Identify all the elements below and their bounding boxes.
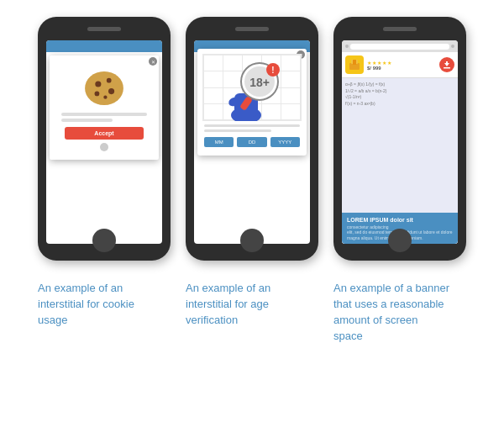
app-icon	[345, 55, 364, 74]
svg-point-6	[103, 96, 107, 99]
p1-small-icon	[100, 143, 108, 151]
year-button[interactable]: YYYY	[270, 137, 300, 147]
math-line-4: f'(x) = n-3 ax³(b)	[345, 101, 454, 108]
p3-ad-body: elit, sed do eiusmod tempor incididunt u…	[347, 229, 453, 240]
cookie-image	[79, 67, 129, 109]
svg-text:!: !	[271, 66, 274, 75]
grid-cell	[204, 88, 223, 103]
month-button[interactable]: MM	[204, 137, 234, 147]
svg-point-5	[95, 92, 100, 97]
p1-line-2	[61, 119, 113, 122]
p1-line-1	[61, 113, 147, 116]
math-line-2: 1/√2 = a/b a/x = b(n-2)	[345, 88, 454, 95]
math-line-3: √(1-1/n²)	[345, 94, 454, 101]
download-icon	[443, 61, 451, 69]
p2-ol-2	[204, 129, 271, 132]
cookie-screen: LOREM IPSUM dolor sit consectetur adipis…	[46, 40, 162, 244]
p3-dot-2	[451, 45, 454, 48]
star-rating: ★★★★★	[367, 60, 436, 66]
age-phone: ✕	[186, 17, 318, 261]
download-button[interactable]	[439, 57, 454, 72]
p3-dot-1	[345, 45, 349, 48]
p3-url-bar[interactable]	[350, 44, 449, 50]
svg-rect-18	[353, 60, 356, 65]
p2-date-row[interactable]: MM DD YYYY	[202, 137, 302, 147]
age-grid: 18+ !	[202, 54, 302, 121]
caption-3-line2: that uses a reasonable	[333, 298, 444, 310]
caption-2: An example of an interstitial for age ve…	[186, 281, 318, 344]
p3-browser-bar	[342, 40, 458, 52]
captions-row: An example of an interstitial for cookie…	[8, 281, 496, 344]
p1-top-bar	[46, 40, 162, 52]
math-line-1: α+β = ∫f(x) 1/(y) = f(x)	[345, 82, 454, 88]
grid-cell	[281, 71, 300, 87]
box-svg	[349, 59, 360, 71]
svg-point-3	[107, 78, 112, 83]
accept-button[interactable]: Accept	[65, 127, 144, 140]
grid-cell	[281, 104, 300, 119]
cookie-overlay: ✕ Accept	[50, 55, 159, 160]
app-banner-info: ★★★★★ $/ 999	[367, 60, 436, 71]
caption-1-line3: usage	[38, 314, 67, 326]
caption-2-line3: verification	[186, 314, 238, 326]
age-phone-wrapper: ✕	[186, 17, 318, 261]
grid-cell	[281, 55, 300, 71]
svg-rect-20	[446, 61, 448, 65]
grid-cell	[281, 88, 300, 103]
day-button[interactable]: DD	[237, 137, 266, 147]
caption-1-line2: interstitial for cookie	[38, 298, 134, 310]
caption-3-line1: An example of a banner	[333, 282, 449, 294]
p3-lorem-heading: LOREM IPSUM dolor sit	[347, 216, 453, 224]
age-screen: ✕	[194, 40, 310, 244]
p1-icon-row	[56, 143, 152, 151]
caption-1: An example of an interstitial for cookie…	[38, 281, 171, 344]
p3-page-content: α+β = ∫f(x) 1/(y) = f(x) 1/√2 = a/b a/x …	[342, 78, 458, 244]
grid-cell	[204, 55, 223, 71]
svg-point-2	[95, 81, 101, 87]
magnifier-hand-image: 18+ !	[223, 58, 281, 121]
svg-text:18+: 18+	[249, 76, 270, 89]
p2-ol-1	[204, 124, 300, 127]
app-install-banner: ★★★★★ $/ 999	[342, 52, 458, 78]
svg-point-4	[108, 88, 114, 94]
banner-phone-wrapper: ★★★★★ $/ 999 α+β = ∫f(x) 1/(y) =	[333, 17, 466, 261]
banner-phone: ★★★★★ $/ 999 α+β = ∫f(x) 1/(y) =	[333, 17, 466, 261]
caption-3: An example of a banner that uses a reaso…	[333, 281, 466, 344]
cookie-phone: LOREM IPSUM dolor sit consectetur adipis…	[38, 17, 171, 261]
age-overlay: ✕	[197, 49, 307, 156]
caption-3-line3: amount of screen	[333, 314, 417, 326]
grid-cell	[204, 104, 223, 119]
caption-3-line4: space	[333, 330, 363, 342]
banner-screen: ★★★★★ $/ 999 α+β = ∫f(x) 1/(y) =	[342, 40, 458, 244]
app-price: $/ 999	[367, 66, 436, 71]
grid-cell	[204, 71, 223, 87]
phones-row: LOREM IPSUM dolor sit consectetur adipis…	[38, 17, 466, 261]
ad-overlay: LOREM IPSUM dolor sit consectetur adipis…	[342, 213, 458, 244]
caption-2-line2: interstitial for age	[186, 298, 269, 310]
svg-point-1	[85, 71, 123, 105]
p1-text-lines	[56, 113, 152, 122]
cookie-phone-wrapper: LOREM IPSUM dolor sit consectetur adipis…	[38, 17, 171, 261]
p2-overlay-lines	[202, 124, 302, 132]
caption-2-line1: An example of an	[186, 282, 270, 294]
svg-rect-21	[444, 67, 450, 69]
caption-1-line1: An example of an	[38, 282, 123, 294]
p1-close-icon[interactable]: ✕	[149, 57, 157, 66]
